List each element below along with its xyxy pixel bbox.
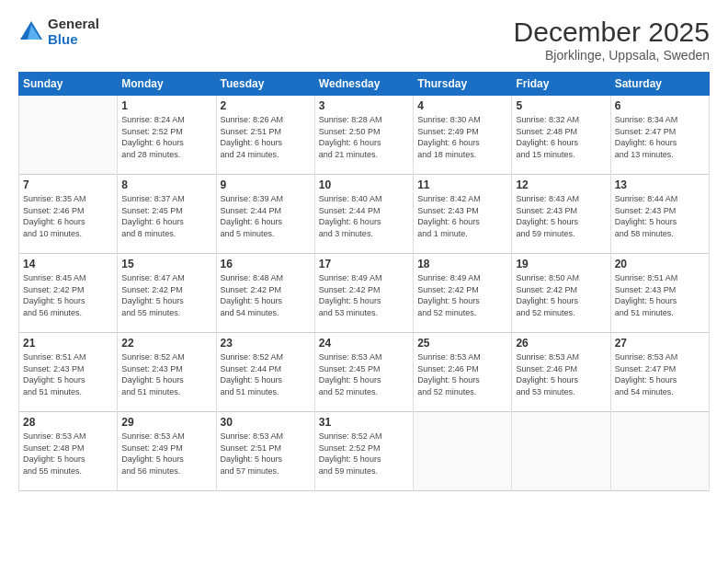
daylight2: and 8 minutes. [121,229,176,238]
month-title: December 2025 [514,17,710,48]
day-number: 15 [121,258,211,270]
day-cell-4-3: 31 Sunrise: 8:52 AM Sunset: 2:52 PM Dayl… [314,412,413,491]
daylight: Daylight: 5 hours [319,454,381,464]
day-detail: Sunrise: 8:53 AM Sunset: 2:48 PM Dayligh… [23,431,113,477]
day-number: 21 [23,337,113,350]
col-saturday: Saturday [610,73,709,96]
day-cell-3-6: 27 Sunrise: 8:53 AM Sunset: 2:47 PM Dayl… [610,333,709,412]
location: Bjorklinge, Uppsala, Sweden [514,48,710,63]
sunset: Sunset: 2:51 PM [221,127,282,136]
sunrise: Sunrise: 8:50 AM [516,273,579,282]
day-detail: Sunrise: 8:37 AM Sunset: 2:45 PM Dayligh… [121,193,211,239]
sunrise: Sunrise: 8:53 AM [121,431,185,441]
daylight2: and 52 minutes. [417,308,476,317]
day-detail: Sunrise: 8:42 AM Sunset: 2:43 PM Dayligh… [417,193,507,239]
sunrise: Sunrise: 8:53 AM [319,352,382,362]
day-number: 27 [615,337,705,350]
day-detail: Sunrise: 8:43 AM Sunset: 2:43 PM Dayligh… [516,193,606,239]
title-area: December 2025 Bjorklinge, Uppsala, Swede… [514,17,710,63]
day-cell-2-1: 15 Sunrise: 8:47 AM Sunset: 2:42 PM Dayl… [118,254,216,333]
sunset: Sunset: 2:47 PM [615,364,677,373]
daylight: Daylight: 5 hours [417,375,480,385]
day-number: 20 [615,258,705,270]
logo: General Blue [18,17,99,47]
day-detail: Sunrise: 8:32 AM Sunset: 2:48 PM Dayligh… [516,114,606,160]
sunset: Sunset: 2:46 PM [516,364,577,373]
day-cell-0-0 [19,96,118,175]
day-detail: Sunrise: 8:35 AM Sunset: 2:46 PM Dayligh… [23,193,113,239]
daylight2: and 56 minutes. [121,466,180,476]
day-number: 4 [417,99,507,112]
week-row-4: 21 Sunrise: 8:51 AM Sunset: 2:43 PM Dayl… [19,333,710,412]
col-sunday: Sunday [19,73,118,96]
day-number: 8 [121,178,211,191]
day-cell-1-1: 8 Sunrise: 8:37 AM Sunset: 2:45 PM Dayli… [118,175,216,254]
daylight: Daylight: 5 hours [221,296,283,305]
day-number: 26 [516,337,606,350]
sunrise: Sunrise: 8:48 AM [221,273,284,282]
day-number: 10 [319,178,409,191]
day-detail: Sunrise: 8:52 AM Sunset: 2:52 PM Dayligh… [319,431,409,477]
day-number: 11 [417,178,507,191]
sunset: Sunset: 2:42 PM [221,285,282,294]
sunset: Sunset: 2:48 PM [516,127,577,136]
sunset: Sunset: 2:42 PM [516,285,577,294]
day-cell-0-2: 2 Sunrise: 8:26 AM Sunset: 2:51 PM Dayli… [216,96,314,175]
day-detail: Sunrise: 8:24 AM Sunset: 2:52 PM Dayligh… [121,114,211,160]
sunrise: Sunrise: 8:52 AM [121,352,185,362]
day-cell-3-0: 21 Sunrise: 8:51 AM Sunset: 2:43 PM Dayl… [19,333,118,412]
daylight2: and 52 minutes. [319,387,378,396]
day-detail: Sunrise: 8:51 AM Sunset: 2:43 PM Dayligh… [23,351,113,397]
sunset: Sunset: 2:43 PM [121,364,183,373]
sunset: Sunset: 2:52 PM [121,127,183,136]
day-detail: Sunrise: 8:44 AM Sunset: 2:43 PM Dayligh… [615,193,705,239]
day-number: 13 [615,178,705,191]
day-detail: Sunrise: 8:52 AM Sunset: 2:43 PM Dayligh… [121,351,211,397]
day-detail: Sunrise: 8:47 AM Sunset: 2:42 PM Dayligh… [121,272,211,318]
calendar-header-row: Sunday Monday Tuesday Wednesday Thursday… [19,73,710,96]
daylight: Daylight: 5 hours [615,375,677,385]
sunrise: Sunrise: 8:24 AM [121,115,185,124]
day-cell-0-3: 3 Sunrise: 8:28 AM Sunset: 2:50 PM Dayli… [314,96,413,175]
day-detail: Sunrise: 8:51 AM Sunset: 2:43 PM Dayligh… [615,272,705,318]
sunrise: Sunrise: 8:53 AM [615,352,678,362]
day-cell-4-1: 29 Sunrise: 8:53 AM Sunset: 2:49 PM Dayl… [118,412,216,491]
daylight: Daylight: 5 hours [121,375,184,385]
day-detail: Sunrise: 8:39 AM Sunset: 2:44 PM Dayligh… [221,193,311,239]
sunset: Sunset: 2:47 PM [615,127,677,136]
day-detail: Sunrise: 8:53 AM Sunset: 2:46 PM Dayligh… [516,351,606,397]
day-detail: Sunrise: 8:34 AM Sunset: 2:47 PM Dayligh… [615,114,705,160]
day-number: 23 [221,337,311,350]
calendar-body: 1 Sunrise: 8:24 AM Sunset: 2:52 PM Dayli… [19,96,710,491]
sunset: Sunset: 2:42 PM [23,285,85,294]
sunset: Sunset: 2:49 PM [417,127,479,136]
daylight2: and 15 minutes. [516,150,574,159]
day-cell-1-0: 7 Sunrise: 8:35 AM Sunset: 2:46 PM Dayli… [19,175,118,254]
daylight2: and 52 minutes. [417,387,476,396]
daylight2: and 58 minutes. [615,229,674,238]
sunset: Sunset: 2:45 PM [121,206,183,215]
daylight: Daylight: 5 hours [221,454,283,464]
day-detail: Sunrise: 8:48 AM Sunset: 2:42 PM Dayligh… [221,272,311,318]
day-cell-4-6 [610,412,709,491]
day-number: 2 [221,99,311,112]
col-friday: Friday [512,73,610,96]
daylight2: and 51 minutes. [221,387,279,396]
sunset: Sunset: 2:44 PM [221,206,282,215]
day-detail: Sunrise: 8:50 AM Sunset: 2:42 PM Dayligh… [516,272,606,318]
sunset: Sunset: 2:49 PM [121,443,183,453]
sunset: Sunset: 2:48 PM [23,443,85,453]
day-detail: Sunrise: 8:53 AM Sunset: 2:49 PM Dayligh… [121,431,211,477]
logo-icon [18,19,44,45]
daylight2: and 13 minutes. [615,150,674,159]
sunrise: Sunrise: 8:44 AM [615,194,678,203]
day-cell-2-4: 18 Sunrise: 8:49 AM Sunset: 2:42 PM Dayl… [414,254,512,333]
day-cell-2-2: 16 Sunrise: 8:48 AM Sunset: 2:42 PM Dayl… [216,254,314,333]
sunset: Sunset: 2:46 PM [417,364,479,373]
day-cell-2-0: 14 Sunrise: 8:45 AM Sunset: 2:42 PM Dayl… [19,254,118,333]
sunset: Sunset: 2:50 PM [319,127,381,136]
day-number: 5 [516,99,606,112]
sunrise: Sunrise: 8:51 AM [615,273,678,282]
day-number: 28 [23,416,113,429]
daylight: Daylight: 6 hours [121,138,184,147]
